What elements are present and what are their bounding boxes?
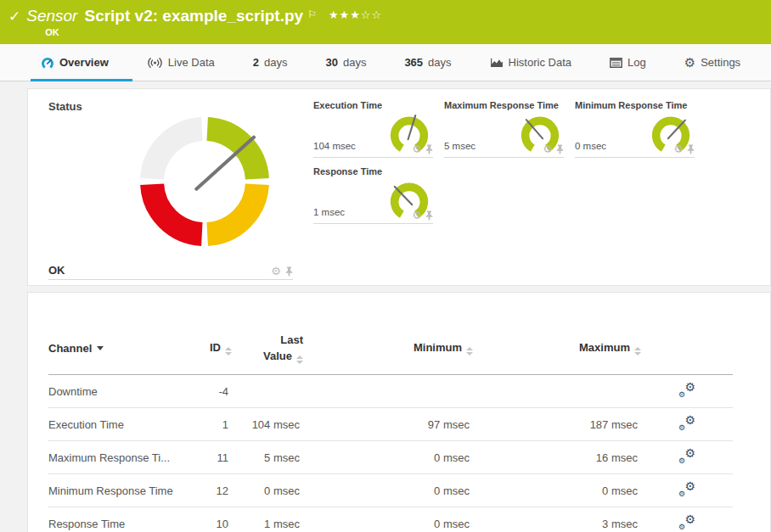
log-icon [610,58,622,68]
sort-icon [634,347,641,356]
table-row[interactable]: Minimum Response Time 12 0 msec 0 msec 0… [48,474,733,507]
pin-icon[interactable] [425,144,433,154]
cell-id: 1 [184,408,232,441]
sort-icon [225,347,232,356]
status-gauge-dial [137,114,273,249]
sort-icon [296,356,303,364]
col-header-actions [641,325,733,375]
channel-table: Channel ID Last Value Minimum Maximum [48,325,733,532]
table-row[interactable]: Execution Time 1 104 msec 97 msec 187 ms… [48,408,733,441]
cell-channel: Minimum Response Time [48,474,184,507]
tab-live-data[interactable]: Live Data [147,44,215,81]
pin-icon[interactable] [687,144,695,154]
pin-icon[interactable] [285,266,293,277]
flag-icon[interactable]: ⚐ [307,4,317,25]
gear-icon[interactable]: ⚙ [271,266,281,277]
col-header-maximum[interactable]: Maximum [473,325,641,375]
channel-settings-icon[interactable]: ⚙⚙ [678,481,695,497]
gauge-panel-execution-time: Execution Time 104 msec ⚙ [313,100,433,158]
tab-30-days[interactable]: 30 days [325,44,366,81]
tab-label: Log [627,56,646,69]
col-header-last-value[interactable]: Last Value [232,325,303,375]
cell-id: -4 [184,375,232,408]
gauge-value: 5 msec [444,141,476,151]
cell-maximum: 187 msec [473,408,641,441]
cell-maximum [473,375,641,408]
cell-last-value: 1 msec [232,507,303,532]
tab-label: Historic Data [509,56,571,69]
table-row[interactable]: Maximum Response Ti... 11 5 msec 0 msec … [48,441,733,474]
cell-last-value [232,375,303,408]
gauge-value: 1 msec [313,207,345,217]
gear-icon[interactable]: ⚙ [412,210,422,221]
cell-id: 10 [184,507,232,532]
historic-data-icon [490,57,504,68]
pin-icon[interactable] [425,210,433,221]
status-panel-title: Status [48,100,293,113]
table-header-row: Channel ID Last Value Minimum Maximum [48,325,733,375]
col-header-id[interactable]: ID [184,325,232,375]
tab-2-days[interactable]: 2 days [253,44,288,81]
col-header-channel[interactable]: Channel [48,325,184,375]
cell-last-value: 104 msec [232,408,303,441]
sensor-title-block: Sensor Script v2: example_script.py ⚐ ★★… [26,6,382,37]
sensor-header: ✓ Sensor Script v2: example_script.py ⚐ … [0,0,771,44]
pin-icon[interactable] [556,144,564,154]
priority-stars[interactable]: ★★★☆☆ [329,5,382,25]
cell-minimum: 0 msec [303,474,473,507]
channel-settings-icon[interactable]: ⚙⚙ [678,514,695,530]
sort-icon [466,347,473,356]
gauge-value: 0 msec [575,141,606,151]
tab-label: Overview [59,56,109,69]
tab-settings[interactable]: ⚙ Settings [684,44,740,81]
cell-id: 11 [184,441,232,474]
gauge-panel-maximum-response-time: Maximum Response Time 5 msec ⚙ [444,100,564,158]
cell-id: 12 [184,474,232,507]
tab-overview[interactable]: Overview [41,44,109,81]
tab-365-days[interactable]: 365 days [404,44,451,81]
channel-settings-icon[interactable]: ⚙⚙ [678,382,695,398]
gauge-panel-response-time: Response Time 1 msec ⚙ [313,166,433,224]
cell-minimum: 0 msec [303,441,473,474]
col-header-minimum[interactable]: Minimum [303,325,473,375]
table-row[interactable]: Response Time 10 1 msec 0 msec 3 msec ⚙⚙ [48,507,733,532]
gear-icon[interactable]: ⚙ [673,143,684,154]
cell-channel: Downtime [48,375,184,408]
channel-settings-icon[interactable]: ⚙⚙ [678,415,695,431]
mini-gauge-grid: Execution Time 104 msec ⚙ Maximum Respon… [313,100,712,285]
cell-minimum: 0 msec [303,507,473,532]
tab-historic-data[interactable]: Historic Data [490,44,571,81]
gauge-value: 104 msec [313,141,356,151]
sort-desc-icon [97,346,104,350]
gauge-panel-minimum-response-time: Minimum Response Time 0 msec ⚙ [575,100,695,158]
cell-channel: Response Time [48,507,184,532]
cell-channel: Maximum Response Ti... [48,441,184,474]
gear-icon[interactable]: ⚙ [412,143,422,154]
gauge-icon [41,56,54,70]
cell-channel: Execution Time [48,408,184,441]
cell-last-value: 5 msec [232,441,303,474]
tab-bar: Overview Live Data 2 days 30 days 365 da… [0,44,771,81]
cell-last-value: 0 msec [232,474,303,507]
status-check-icon: ✓ [8,8,20,25]
status-gauge-panel: Status OK ⚙ [48,100,293,285]
cell-maximum: 0 msec [473,474,641,507]
cell-maximum: 3 msec [473,507,641,532]
table-row[interactable]: Downtime -4 ⚙⚙ [48,375,733,408]
cell-maximum: 16 msec [473,441,641,474]
tab-label: Live Data [168,56,215,69]
channel-settings-icon[interactable]: ⚙⚙ [678,448,695,464]
cell-minimum [303,375,473,408]
status-panel-footer: OK ⚙ [48,264,293,280]
sensor-status-label: OK [45,27,382,37]
live-data-icon [147,57,163,69]
sensor-kind-label: Sensor [26,6,77,26]
overview-panel: Status OK ⚙ Execution Time 104 [27,88,771,286]
gear-icon[interactable]: ⚙ [543,143,553,154]
tab-label: Settings [701,56,740,69]
tab-log[interactable]: Log [610,44,646,81]
gear-icon: ⚙ [684,55,695,70]
status-value: OK [48,264,271,277]
cell-minimum: 97 msec [303,408,473,441]
sensor-title: Script v2: example_script.py [84,6,303,26]
